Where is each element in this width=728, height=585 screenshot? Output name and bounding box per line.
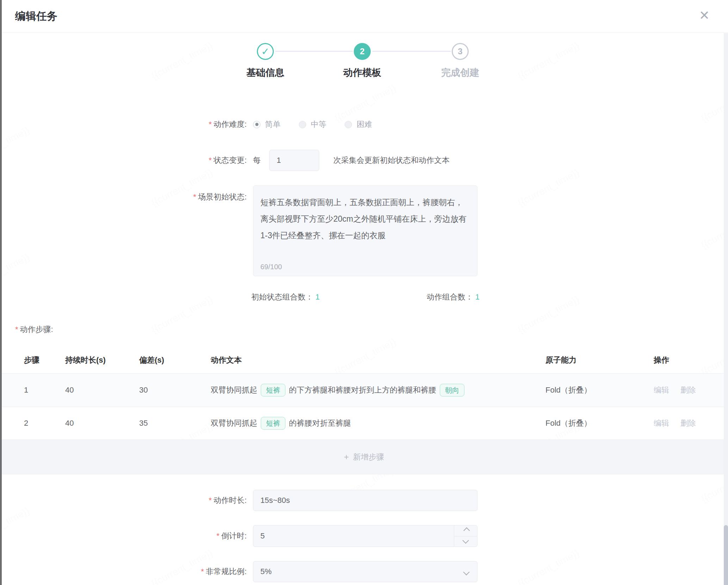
state-change-label: *状态变更: [0,155,247,166]
scrollbar-thumb[interactable] [724,525,728,585]
cell-ability: Fold（折叠） [545,385,654,395]
col-header-action-text: 动作文本 [211,355,545,365]
cell-action-text: 双臂协同抓起短裤的下方裤腿和裤腰对折到上方的裤腿和裤腰朝向 [211,384,545,396]
required-marker: * [209,120,212,129]
col-header-ability: 原子能力 [545,355,654,365]
difficulty-radio-中等[interactable]: 中等 [299,119,326,130]
step2-circle: 2 [354,43,371,60]
state-change-prefix: 每 [253,155,261,166]
table-row: 24035双臂协同抓起短裤的裤腰对折至裤腿Fold（折叠）编辑删除 [0,407,728,440]
char-counter: 69/100 [260,263,282,271]
required-marker: * [201,567,204,576]
table-body: 14030双臂协同抓起短裤的下方裤腿和裤腰对折到上方的裤腿和裤腰朝向Fold（折… [0,374,728,440]
action-steps-caption: *动作步骤: [15,324,53,335]
add-step-button[interactable]: + 新增步骤 [0,440,728,474]
delete-link[interactable]: 删除 [680,385,696,395]
watermark-text: {{current_time}} [516,294,581,335]
action-text-segment: 双臂协同抓起 [211,385,257,395]
increase-icon[interactable] [454,525,477,536]
delete-link[interactable]: 删除 [680,418,696,429]
duration-value: 15s~80s [260,496,290,505]
radio-label: 中等 [311,119,326,130]
object-tag: 短裤 [261,384,285,396]
cell-deviation: 35 [139,419,211,428]
cell-action-text: 双臂协同抓起短裤的裤腰对折至裤腿 [211,417,545,430]
action-text-segment: 的下方裤腿和裤腰对折到上方的裤腿和裤腰 [289,385,436,395]
step3-circle: 3 [452,43,469,60]
unusual-ratio-row: *非常规比例: 5% [0,561,728,582]
countdown-row: *倒计时: 5 [0,525,728,547]
step-connector [275,51,353,52]
difficulty-radio-简单[interactable]: 简单 [253,119,280,130]
table-row: 14030双臂协同抓起短裤的下方裤腿和裤腰对折到上方的裤腿和裤腰朝向Fold（折… [0,374,728,407]
state-change-suffix: 次采集会更新初始状态和动作文本 [333,155,450,166]
radio-circle-icon [253,121,260,128]
state-change-input[interactable]: 1 [269,150,319,171]
watermark-text: {{current_time}} [149,294,215,335]
cell-step: 1 [24,386,65,395]
radio-label: 困难 [357,119,372,130]
cell-ops: 编辑删除 [654,418,728,429]
col-header-duration: 持续时长(s) [65,355,139,365]
radio-circle-icon [299,121,306,128]
col-header-ops: 操作 [654,355,728,365]
initial-state-label: *场景初始状态: [0,192,247,202]
step-label-finish: 完成创建 [421,66,499,79]
initial-state-textarea[interactable]: 短裤五条数据背面朝上，五条数据正面朝上，裤腰朝右，离头部视野下方至少20cm之外… [253,185,477,276]
action-text-segment: 的裤腰对折至裤腿 [289,418,351,429]
duration-row: *动作时长: 15s~80s [0,490,728,511]
difficulty-radio-困难[interactable]: 困难 [345,119,372,130]
cell-step: 2 [24,419,65,428]
object-tag: 朝向 [440,384,464,396]
initial-combo: 初始状态组合数：1 [251,292,320,302]
state-change-row: *状态变更: 每 1 次采集会更新初始状态和动作文本 [0,149,728,171]
edit-link[interactable]: 编辑 [654,418,669,429]
table-header-row: 步骤 持续时长(s) 偏差(s) 动作文本 原子能力 操作 [0,347,728,374]
radio-circle-icon [345,121,352,128]
cell-deviation: 30 [139,386,211,395]
close-icon[interactable]: ✕ [699,8,710,23]
cell-duration: 40 [65,419,139,428]
cell-ability: Fold（折叠） [545,418,654,429]
cell-duration: 40 [65,386,139,395]
combo-counts: 初始状态组合数：1 动作组合数：1 [251,292,480,302]
required-marker: * [193,192,196,201]
action-text-segment: 双臂协同抓起 [211,418,257,429]
dialog-title: 编辑任务 [15,9,57,24]
required-marker: * [216,531,220,540]
duration-input[interactable]: 15s~80s [253,490,477,511]
initial-combo-value: 1 [315,292,320,301]
countdown-value: 5 [260,531,265,541]
step-label-basic-info: 基础信息 [227,66,304,79]
action-combo: 动作组合数：1 [427,292,480,302]
required-marker: * [209,156,212,165]
unusual-ratio-select[interactable]: 5% [253,561,477,582]
difficulty-row: *动作难度: 简单中等困难 [0,117,728,132]
scrollbar-track[interactable] [724,33,728,585]
watermark-text: {{current_time}} [0,251,31,293]
unusual-ratio-label: *非常规比例: [0,566,247,577]
step1-check-icon: ✓ [257,43,274,60]
radio-label: 简单 [265,119,280,130]
decrease-icon[interactable] [454,536,477,547]
number-spinner [454,525,477,547]
initial-state-text: 短裤五条数据背面朝上，五条数据正面朝上，裤腰朝右，离头部视野下方至少20cm之外… [260,198,467,240]
add-step-label: 新增步骤 [353,452,384,462]
duration-label: *动作时长: [0,495,247,506]
col-header-deviation: 偏差(s) [139,355,211,365]
object-tag: 短裤 [261,417,285,430]
dialog-header: 编辑任务 ✕ [0,0,728,33]
step-label-action-template: 动作模板 [323,66,401,79]
required-marker: * [15,325,18,334]
action-steps-table: 步骤 持续时长(s) 偏差(s) 动作文本 原子能力 操作 14030双臂协同抓… [0,347,728,474]
step-connector [372,51,451,52]
countdown-label: *倒计时: [0,531,247,541]
page-left-edge [0,0,2,585]
unusual-ratio-value: 5% [260,567,272,576]
required-marker: * [209,496,212,505]
edit-link[interactable]: 编辑 [654,385,669,395]
countdown-input[interactable]: 5 [253,525,477,547]
chevron-down-icon [463,569,469,575]
action-combo-value: 1 [475,292,480,301]
difficulty-label: *动作难度: [0,119,247,130]
